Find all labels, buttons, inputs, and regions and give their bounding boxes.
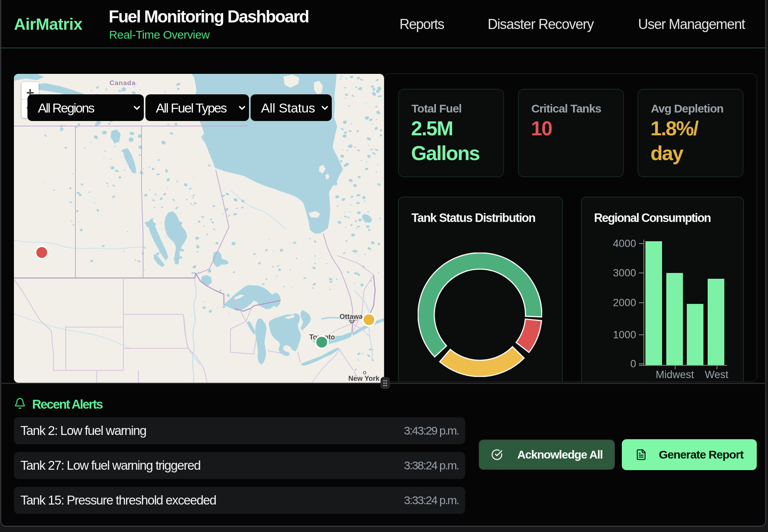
svg-text:Ottawa: Ottawa	[340, 313, 363, 321]
svg-text:New York: New York	[348, 375, 380, 382]
svg-text:Canada: Canada	[109, 79, 135, 87]
